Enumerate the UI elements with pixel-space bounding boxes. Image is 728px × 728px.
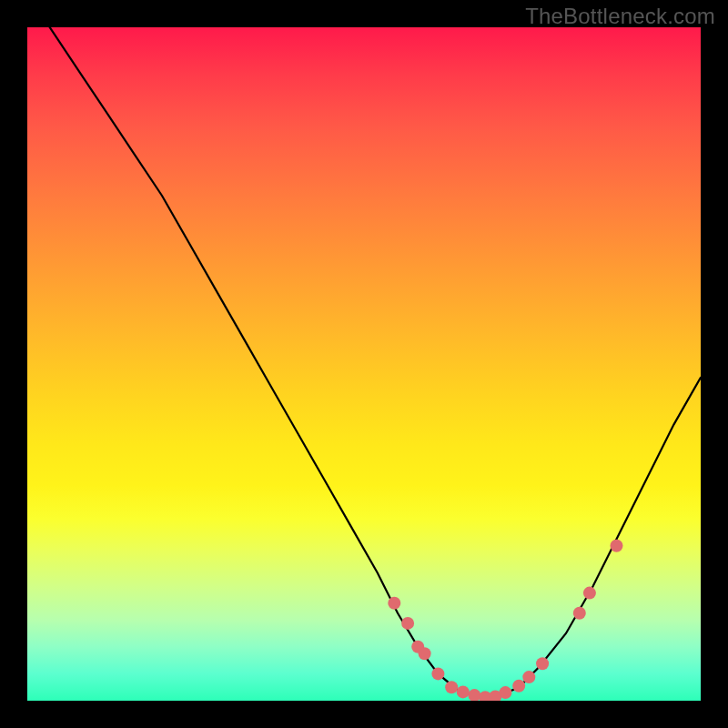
bottleneck-curve bbox=[27, 27, 701, 697]
data-marker bbox=[401, 617, 414, 630]
data-marker bbox=[419, 647, 431, 660]
data-marker bbox=[457, 685, 470, 698]
data-marker bbox=[468, 689, 480, 701]
watermark-label: TheBottleneck.com bbox=[525, 4, 715, 29]
data-marker bbox=[388, 597, 400, 610]
data-marker bbox=[499, 686, 511, 699]
plot-area bbox=[27, 27, 701, 701]
data-marker bbox=[431, 667, 444, 680]
data-marker bbox=[536, 657, 549, 670]
data-marker bbox=[611, 540, 623, 552]
data-marker bbox=[512, 680, 525, 693]
data-marker bbox=[445, 681, 458, 693]
data-marker bbox=[583, 587, 596, 600]
chart-container: TheBottleneck.com bbox=[0, 0, 728, 728]
chart-overlay bbox=[27, 27, 701, 701]
data-markers-group bbox=[388, 540, 622, 701]
data-marker bbox=[522, 671, 535, 683]
data-marker bbox=[573, 607, 586, 620]
